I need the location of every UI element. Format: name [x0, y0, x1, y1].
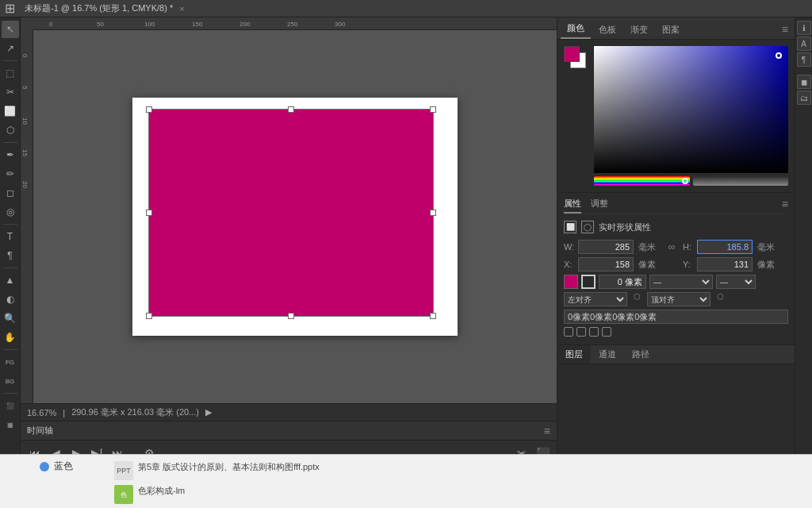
tab-attributes[interactable]: 属性	[564, 198, 581, 214]
canvas-rectangle[interactable]	[148, 109, 434, 317]
ruler-mark: 100	[144, 21, 155, 28]
x-unit: 像素	[638, 259, 661, 271]
y-unit: 像素	[757, 259, 779, 271]
notif-text-2: 色彩构成-lm	[138, 485, 185, 504]
color-saturation-brightness-picker[interactable]	[594, 46, 788, 173]
app-menu[interactable]: ⊞	[5, 1, 15, 16]
timeline-header: 时间轴 ≡	[21, 421, 557, 441]
color-picker-area	[557, 40, 795, 192]
x-label: X:	[564, 260, 573, 269]
ruler-mark: 15	[21, 149, 29, 156]
stroke-type-select[interactable]: — - - ···	[649, 275, 713, 289]
type-tool[interactable]: T	[2, 228, 19, 245]
top-bar: ⊞ 未标题-1 @ 16.7% (矩形 1, CMYK/8) * ×	[0, 0, 812, 17]
frame-tool[interactable]: ⬚	[2, 64, 19, 82]
properties-panel: 属性 调整 ≡ ⬜ ◯ 实时形状属性 W: 毫米 ∞ H: 毫米	[557, 192, 795, 344]
align-v-select[interactable]: 顶对齐 居中 底对齐	[647, 292, 710, 306]
stroke-swatch[interactable]	[581, 275, 596, 289]
blue-color-item: 蓝色	[40, 460, 73, 473]
color-panel-menu-icon[interactable]: ≡	[779, 20, 791, 39]
smudge-tool[interactable]: ◐	[2, 291, 19, 308]
bottom-right-notifications: PPT 第5章 版式设计的原则、基本法则和构图fff.pptx 色 色彩构成-l…	[114, 460, 807, 508]
tab-gradient[interactable]: 渐变	[624, 21, 654, 39]
x-input[interactable]	[578, 257, 634, 271]
hand-tool[interactable]: ✋	[2, 329, 19, 346]
canvas-area: 0 50 100 150 200 250 300 0 5 10 15 20	[21, 17, 557, 508]
tab-pattern[interactable]: 图案	[656, 21, 686, 39]
ruler-mark: 5	[21, 86, 29, 89]
eyedropper-tool[interactable]: ◎	[2, 203, 19, 221]
stroke-dropdown[interactable]: —	[716, 275, 756, 289]
hue-slider[interactable]	[594, 176, 690, 186]
info-icon[interactable]: ℹ	[797, 21, 811, 35]
para-tool-mini[interactable]: ¶	[797, 52, 811, 67]
brush-tool[interactable]: ✏	[2, 165, 19, 183]
align-horizontal-row: 左对齐 居中 右对齐 ⬡ 顶对齐 居中 底对齐 ⬡	[564, 292, 788, 306]
corner-tr-icon[interactable]	[576, 327, 586, 337]
stroke-value-input[interactable]	[599, 275, 646, 289]
right-mini-toolbar: ℹ A ¶ ◼ 🗂	[795, 17, 812, 508]
select-tool[interactable]: ↖	[2, 21, 19, 38]
extra-tool-2[interactable]: ▦	[2, 416, 19, 433]
ruler-mark: 250	[287, 21, 297, 28]
foreground-color[interactable]: FG	[2, 353, 19, 371]
notification-2[interactable]: 色 色彩构成-lm	[114, 483, 807, 506]
main-layout: ↖ ↗ ⬚ ✂ ⬜ ⬡ ✒ ✏ ◻ ◎ T ¶ ▲ ◐ 🔍 ✋ FG BG ⬛ …	[0, 17, 812, 508]
corner-box	[21, 17, 33, 30]
corner-br-icon[interactable]	[602, 327, 611, 337]
extra-tool-1[interactable]: ⬛	[2, 397, 19, 414]
properties-menu-icon[interactable]: ≡	[782, 198, 788, 214]
crop-tool[interactable]: ✂	[2, 83, 19, 101]
status-bar: 16.67% | 290.96 毫米 x 216.03 毫米 (20...) ▶	[21, 403, 557, 421]
fill-swatch[interactable]	[564, 275, 578, 289]
height-input[interactable]	[697, 240, 753, 254]
direct-select-tool[interactable]: ↗	[2, 40, 19, 57]
tab-layers[interactable]: 图层	[557, 345, 591, 364]
status-arrow[interactable]: ▶	[205, 407, 212, 418]
paint-bucket-tool[interactable]: ▲	[2, 271, 19, 289]
canvas-viewport[interactable]	[33, 30, 557, 403]
shape-tool[interactable]: ⬜	[2, 102, 19, 120]
y-label: Y:	[683, 260, 692, 269]
timeline-menu-icon[interactable]: ≡	[544, 425, 550, 437]
pen-tool[interactable]: ✒	[2, 146, 19, 164]
eraser-tool[interactable]: ◻	[2, 184, 19, 202]
alpha-slider[interactable]	[693, 176, 789, 186]
h-label: H:	[683, 242, 692, 252]
tab-paths[interactable]: 路径	[624, 345, 657, 364]
tool-divider-1	[3, 60, 17, 61]
corner-bl-icon[interactable]	[589, 327, 599, 337]
tab-channels[interactable]: 通道	[591, 345, 624, 364]
align-h-select[interactable]: 左对齐 居中 右对齐	[564, 292, 627, 306]
paragraph-tool[interactable]: ¶	[2, 247, 19, 264]
tab-swatches[interactable]: 色板	[592, 21, 622, 39]
canvas-dimensions: 290.96 毫米 x 216.03 毫米 (20...)	[71, 406, 199, 418]
bottom-notification-bar: 蓝色 PPT 第5章 版式设计的原则、基本法则和构图fff.pptx 色 色彩构…	[0, 454, 812, 508]
vertical-ruler: 0 5 10 15 20	[21, 30, 33, 403]
ruler-canvas-wrapper: 0 50 100 150 200 250 300 0 5 10 15 20	[21, 17, 557, 403]
background-color[interactable]: BG	[2, 372, 19, 390]
h-unit: 毫米	[757, 241, 779, 253]
type-tool-mini[interactable]: A	[797, 37, 811, 51]
w-label: W:	[564, 242, 573, 252]
swatch-tool-mini[interactable]: ◼	[797, 75, 811, 89]
link-icon[interactable]: ∞	[665, 241, 678, 253]
color-preview-squares[interactable]	[564, 46, 589, 71]
zoom-tool[interactable]: 🔍	[2, 310, 19, 327]
polygon-tool[interactable]: ⬡	[2, 121, 19, 139]
notification-1[interactable]: PPT 第5章 版式设计的原则、基本法则和构图fff.pptx	[114, 460, 807, 482]
padding-input[interactable]: 0像素0像素0像素0像素	[564, 310, 788, 324]
tab-color[interactable]: 颜色	[561, 19, 591, 39]
corner-tl-icon[interactable]	[564, 327, 573, 337]
tab-adjust[interactable]: 调整	[591, 198, 608, 214]
timeline-label: 时间轴	[27, 425, 53, 437]
hue-alpha-bars	[594, 176, 788, 186]
foreground-color-square[interactable]	[564, 46, 580, 62]
layers-tool-mini[interactable]: 🗂	[797, 90, 811, 105]
y-input[interactable]	[697, 257, 753, 271]
close-tab-icon[interactable]: ×	[179, 4, 184, 13]
canvas-background	[132, 98, 458, 336]
ruler-row: 0 50 100 150 200 250 300	[21, 17, 557, 30]
width-input[interactable]	[578, 240, 634, 254]
canvas-row: 0 5 10 15 20	[21, 30, 557, 403]
